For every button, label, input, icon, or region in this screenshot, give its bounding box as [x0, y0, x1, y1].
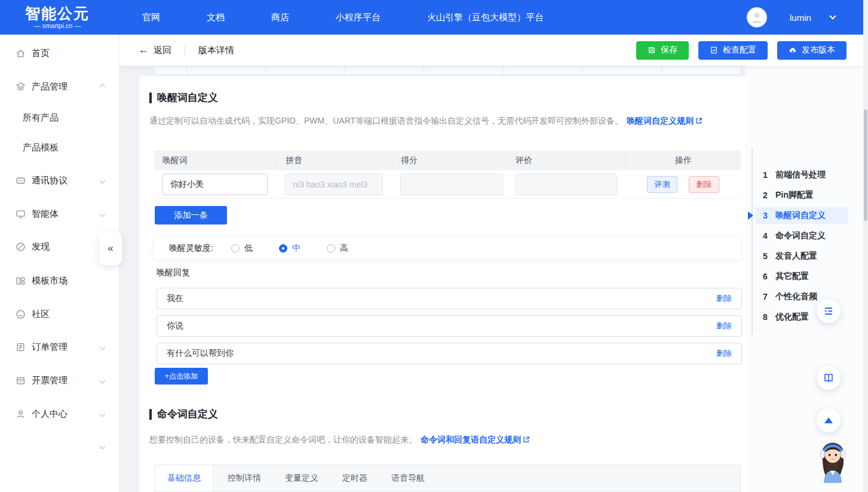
radio-icon[interactable] [279, 244, 287, 253]
sensitivity-radio-group: 低 中 高 [231, 243, 348, 254]
topnav-item-volcano[interactable]: 火山引擎（豆包大模型）平台 [427, 12, 544, 23]
radio-medium[interactable]: 中 [279, 243, 300, 254]
toc-toggle-button[interactable] [817, 299, 841, 323]
publish-button[interactable]: 发布版本 [777, 41, 846, 60]
sidebar-item-all-products[interactable]: 所有产品 [0, 106, 119, 130]
docs-book-button[interactable] [817, 366, 841, 390]
tab-timer[interactable]: 定时器 [342, 473, 367, 484]
radio-icon[interactable] [327, 244, 335, 253]
sidebar-item-home[interactable]: 首页 [0, 41, 119, 65]
assistant-mascot[interactable] [812, 435, 853, 481]
wake-rule-link[interactable]: 唤醒词自定义规则 [627, 116, 694, 125]
user-menu[interactable]: lumin [747, 0, 835, 35]
chevron-down-icon[interactable] [100, 411, 106, 417]
col-header-pinyin: 拼音 [277, 155, 392, 166]
external-link-icon[interactable] [695, 117, 703, 124]
collapse-glyph: « [108, 242, 113, 254]
table-cell [662, 67, 740, 75]
chevron-up-icon[interactable] [100, 84, 106, 90]
score-input[interactable] [400, 174, 503, 195]
smiley-icon [16, 309, 26, 319]
tab-voice-navigation[interactable]: 语音导航 [391, 473, 425, 484]
clipped-table-row [154, 67, 741, 75]
add-wake-word-button[interactable]: 添加一条 [155, 206, 227, 225]
chevron-down-icon[interactable] [100, 177, 106, 183]
page-title: 版本详情 [198, 45, 234, 56]
table-cell [266, 67, 345, 75]
delete-row-button[interactable]: 删除 [689, 176, 719, 193]
step-item-2[interactable]: 2 Pin脚配置 [755, 187, 848, 204]
doc-check-icon [710, 46, 718, 54]
step-item-6[interactable]: 6 其它配置 [755, 268, 848, 285]
save-button[interactable]: 保存 [636, 41, 689, 60]
delete-reply-link[interactable]: 删除 [716, 348, 732, 359]
topnav-item-miniapp[interactable]: 小程序平台 [336, 12, 381, 23]
sidebar-item-invoice-management[interactable]: 开票管理 [0, 368, 119, 392]
sidebar-item-template-market[interactable]: 模板市场 [0, 269, 119, 293]
sidebar-item-product-templates[interactable]: 产品模板 [0, 136, 119, 159]
sidebar-item-product-management[interactable]: 产品管理 [0, 75, 119, 99]
delete-reply-link[interactable]: 删除 [716, 293, 732, 304]
chevron-down-icon[interactable] [100, 443, 106, 449]
radio-high[interactable]: 高 [327, 243, 348, 254]
wake-word-input[interactable] [162, 174, 268, 195]
sidebar-collapse-button[interactable]: « [99, 232, 122, 265]
command-rule-link[interactable]: 命令词和回复语自定义规则 [421, 435, 521, 444]
back-to-top-button[interactable] [817, 408, 841, 432]
header-actions: 保存 检查配置 发布版本 [636, 41, 846, 60]
command-section-title: 命令词自定义 [149, 407, 218, 421]
step-item-1[interactable]: 1 前端信号处理 [755, 167, 848, 183]
step-item-3-active[interactable]: 3 唤醒词自定义 [755, 207, 848, 224]
tab-control-detail[interactable]: 控制详情 [228, 473, 261, 484]
external-link-icon[interactable] [523, 436, 530, 443]
pinyin-input[interactable] [285, 174, 383, 195]
table-cell [187, 67, 266, 75]
chevron-down-icon[interactable] [100, 377, 106, 383]
delete-reply-link[interactable]: 删除 [716, 321, 732, 331]
radio-low[interactable]: 低 [231, 243, 253, 254]
chevron-down-icon[interactable] [829, 13, 836, 19]
step-item-4[interactable]: 4 命令词自定义 [755, 227, 848, 244]
add-reply-button[interactable]: +点击添加 [155, 368, 208, 385]
tab-basic-info[interactable]: 基础信息 [155, 465, 213, 491]
topnav-item-store[interactable]: 商店 [271, 12, 289, 23]
topnav-item-official[interactable]: 官网 [142, 12, 160, 23]
step-item-5[interactable]: 5 发音人配置 [755, 248, 848, 265]
layers-icon [16, 82, 26, 92]
evaluate-button[interactable]: 评测 [647, 176, 677, 193]
person-icon [749, 10, 765, 25]
main-card: 唤醒词自定义 通过定制可以自动生成代码，实现GPIO、PWM、UART等端口根据… [139, 76, 746, 492]
table-cell [424, 67, 503, 75]
sidebar-item-communication-protocol[interactable]: 通讯协议 [0, 168, 119, 192]
user-icon [16, 409, 26, 419]
document-icon [16, 342, 26, 352]
tab-variable-definition[interactable]: 变量定义 [285, 473, 318, 484]
topnav-item-docs[interactable]: 文档 [207, 12, 225, 23]
sidebar-extra-row[interactable] [0, 434, 119, 458]
page-scrollbar[interactable] [863, 0, 868, 492]
wake-table-header: 唤醒词 拼音 得分 评价 操作 [154, 150, 741, 170]
command-tabbar: 基础信息 控制详情 变量定义 定时器 语音导航 [155, 465, 741, 492]
archive-icon [16, 376, 26, 386]
check-config-button[interactable]: 检查配置 [698, 41, 768, 60]
rating-input[interactable] [515, 174, 617, 195]
chevron-down-icon[interactable] [100, 211, 106, 217]
back-button[interactable]: ← 返回 [139, 44, 171, 56]
chevron-down-icon[interactable] [100, 344, 106, 350]
brand-title: 智能公元 [25, 5, 90, 22]
table-cell [582, 67, 661, 75]
avatar[interactable] [747, 7, 767, 27]
wake-reply-label: 唤醒回复 [157, 267, 190, 278]
reply-row: 你说 删除 [157, 315, 742, 337]
sidebar-item-community[interactable]: 社区 [0, 302, 119, 326]
radio-icon[interactable] [231, 244, 240, 253]
scrollbar-thumb[interactable] [864, 109, 867, 221]
page-body: 唤醒词自定义 通过定制可以自动生成代码，实现GPIO、PWM、UART等端口根据… [119, 66, 863, 492]
sidebar-item-order-management[interactable]: 订单管理 [0, 335, 119, 359]
col-header-rating: 评价 [507, 155, 625, 166]
wake-section-title: 唤醒词自定义 [149, 91, 218, 104]
top-nav: 官网 文档 商店 小程序平台 火山引擎（豆包大模型）平台 [142, 12, 544, 23]
sidebar-item-personal-center[interactable]: 个人中心 [0, 402, 119, 426]
brand-logo[interactable]: 智能公元 — smartpi.cn — [25, 5, 90, 30]
sidebar-item-agent[interactable]: 智能体 [0, 202, 119, 226]
